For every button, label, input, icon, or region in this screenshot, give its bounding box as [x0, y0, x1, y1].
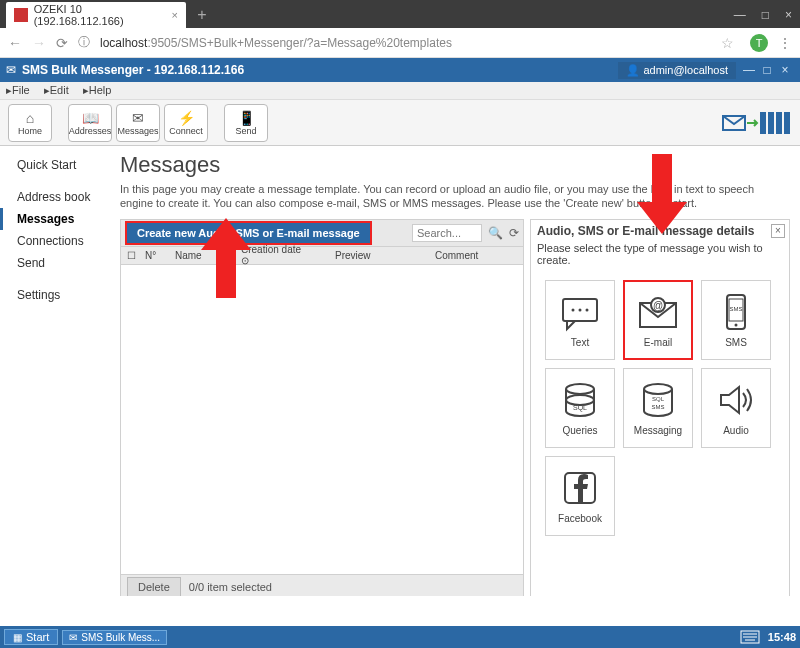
app-close-icon[interactable]: × — [776, 63, 794, 77]
column-preview[interactable]: Preview — [329, 250, 429, 261]
refresh-icon[interactable]: ⟳ — [509, 226, 519, 240]
taskbar-item[interactable]: ✉ SMS Bulk Mess... — [62, 630, 167, 645]
type-email[interactable]: @ E-mail — [623, 280, 693, 360]
home-button[interactable]: ⌂Home — [8, 104, 52, 142]
annotation-arrow-down — [632, 154, 692, 234]
sidebar-item-settings[interactable]: Settings — [0, 284, 114, 306]
database-icon: SQL — [559, 379, 601, 421]
envelope-icon: ✉ — [132, 110, 144, 126]
details-subtitle: Please select the type of message you wi… — [537, 242, 783, 266]
phone-icon: 📱 — [238, 110, 255, 126]
sidebar-item-messages[interactable]: Messages — [0, 208, 114, 230]
svg-point-19 — [644, 384, 672, 394]
annotation-arrow-up — [196, 218, 256, 298]
search-input[interactable] — [412, 224, 482, 242]
type-text[interactable]: Text — [545, 280, 615, 360]
speech-icon — [559, 291, 601, 333]
grid-body — [120, 265, 524, 575]
address-bar[interactable]: localhost:9505/SMS+Bulk+Messenger/?a=Mes… — [100, 36, 711, 50]
sidebar-item-addressbook[interactable]: Address book — [0, 186, 114, 208]
window-close-icon[interactable]: × — [785, 8, 792, 22]
back-icon[interactable]: ← — [8, 35, 22, 51]
svg-point-7 — [579, 309, 582, 312]
svg-rect-2 — [768, 112, 774, 134]
info-icon: ⓘ — [78, 34, 90, 51]
connect-button[interactable]: ⚡Connect — [164, 104, 208, 142]
svg-point-6 — [572, 309, 575, 312]
messaging-icon: SQLSMS — [637, 379, 679, 421]
audio-icon — [715, 379, 757, 421]
menu-icon[interactable]: ⋮ — [778, 35, 792, 51]
menu-edit[interactable]: ▸Edit — [44, 84, 69, 97]
column-checkbox[interactable]: ☐ — [121, 250, 139, 261]
type-queries[interactable]: SQL Queries — [545, 368, 615, 448]
forward-icon[interactable]: → — [32, 35, 46, 51]
sms-icon: SMS — [715, 291, 757, 333]
type-facebook[interactable]: Facebook — [545, 456, 615, 536]
menu-file[interactable]: ▸File — [6, 84, 30, 97]
column-comment[interactable]: Comment — [429, 250, 523, 261]
svg-point-16 — [566, 384, 594, 394]
svg-text:SQL: SQL — [652, 396, 665, 402]
column-number[interactable]: N° — [139, 250, 169, 261]
grid-icon: ▦ — [13, 632, 22, 643]
close-panel-icon[interactable]: × — [771, 224, 785, 238]
profile-avatar[interactable]: T — [750, 34, 768, 52]
app-maximize-icon[interactable]: □ — [758, 63, 776, 77]
svg-point-15 — [735, 324, 738, 327]
favicon — [14, 8, 28, 22]
type-messaging[interactable]: SQLSMS Messaging — [623, 368, 693, 448]
search-icon[interactable]: 🔍 — [488, 226, 503, 240]
send-button[interactable]: 📱Send — [224, 104, 268, 142]
svg-text:SMS: SMS — [729, 306, 742, 312]
tab-title: OZEKI 10 (192.168.112.166) — [34, 3, 172, 27]
close-icon[interactable]: × — [172, 9, 178, 21]
facebook-icon — [559, 467, 601, 509]
svg-text:SMS: SMS — [651, 404, 664, 410]
start-button[interactable]: ▦ Start — [4, 629, 58, 645]
window-minimize-icon[interactable]: — — [734, 8, 746, 22]
email-icon: @ — [637, 291, 679, 333]
app-title: SMS Bulk Messenger - 192.168.112.166 — [22, 63, 244, 77]
keyboard-icon[interactable] — [740, 630, 760, 644]
sidebar-item-quickstart[interactable]: Quick Start — [0, 154, 114, 176]
header-graphic — [722, 106, 792, 140]
svg-point-8 — [586, 309, 589, 312]
menu-help[interactable]: ▸Help — [83, 84, 112, 97]
type-audio[interactable]: Audio — [701, 368, 771, 448]
app-minimize-icon[interactable]: — — [740, 63, 758, 77]
plug-icon: ⚡ — [178, 110, 195, 126]
admin-badge[interactable]: 👤 admin@localhost — [618, 62, 736, 79]
svg-rect-4 — [784, 112, 790, 134]
delete-button[interactable]: Delete — [127, 577, 181, 596]
home-icon: ⌂ — [26, 110, 34, 126]
svg-rect-1 — [760, 112, 766, 134]
app-icon: ✉ — [6, 63, 16, 77]
sidebar-item-connections[interactable]: Connections — [0, 230, 114, 252]
browser-tab[interactable]: OZEKI 10 (192.168.112.166) × — [6, 2, 186, 28]
addresses-button[interactable]: 📖Addresses — [68, 104, 112, 142]
svg-rect-3 — [776, 112, 782, 134]
messages-button[interactable]: ✉Messages — [116, 104, 160, 142]
selection-status: 0/0 item selected — [189, 581, 272, 593]
window-maximize-icon[interactable]: □ — [762, 8, 769, 22]
clock: 15:48 — [768, 631, 796, 643]
book-icon: 📖 — [82, 110, 99, 126]
sidebar-item-send[interactable]: Send — [0, 252, 114, 274]
type-sms[interactable]: SMS SMS — [701, 280, 771, 360]
reload-icon[interactable]: ⟳ — [56, 35, 68, 51]
envelope-icon: ✉ — [69, 632, 77, 643]
svg-text:@: @ — [653, 300, 663, 311]
new-tab-button[interactable]: + — [192, 5, 212, 25]
svg-text:SQL: SQL — [573, 404, 587, 412]
star-icon[interactable]: ☆ — [721, 35, 734, 51]
